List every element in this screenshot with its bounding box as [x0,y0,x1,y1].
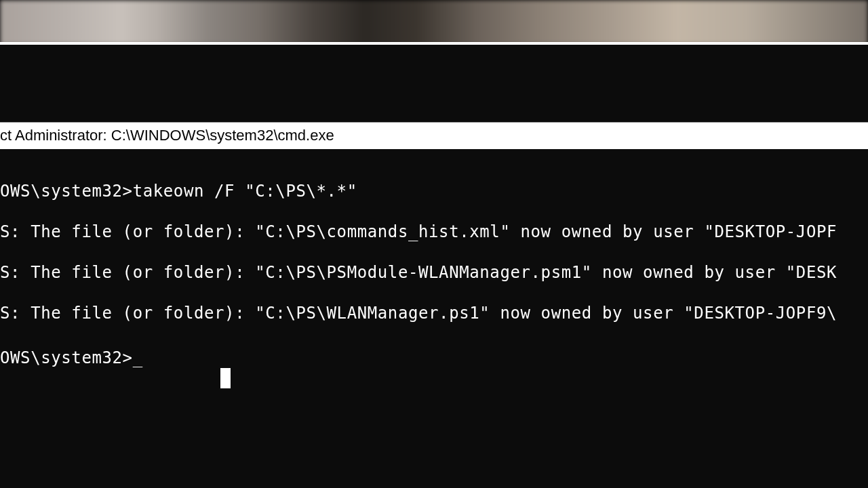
text-cursor: _ [133,348,143,367]
terminal-prompt-text: OWS\system32> [0,348,133,367]
cmd-titlebar[interactable]: ct Administrator: C:\WINDOWS\system32\cm… [0,122,868,150]
terminal-prompt: OWS\system32>_ [0,348,143,367]
terminal-line: S: The file (or folder): "C:\PS\PSModule… [0,263,837,282]
terminal-line: S: The file (or folder): "C:\PS\commands… [0,222,837,241]
terminal-line: OWS\system32>takeown /F "C:\PS\*.*" [0,182,357,201]
cmd-client-area[interactable]: OWS\system32>takeown /F "C:\PS\*.*" S: T… [0,149,868,488]
mouse-cursor-icon [220,368,231,388]
cmd-window-title: ct Administrator: C:\WINDOWS\system32\cm… [0,127,334,144]
background-blur-strip [0,0,868,45]
terminal-line: S: The file (or folder): "C:\PS\WLANMana… [0,304,837,323]
